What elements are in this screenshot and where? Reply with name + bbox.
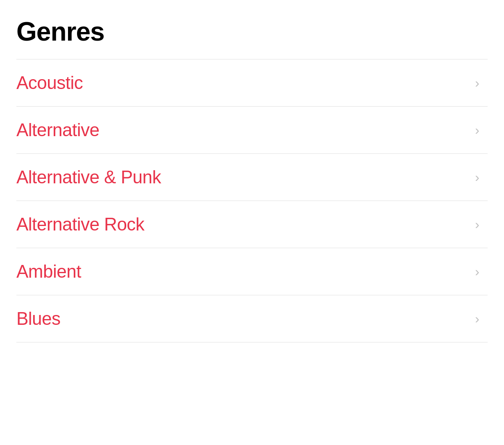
genre-label-acoustic: Acoustic xyxy=(16,73,83,93)
chevron-right-icon: › xyxy=(475,123,479,138)
chevron-right-icon: › xyxy=(475,170,479,185)
genre-item-blues[interactable]: Blues› xyxy=(16,295,488,342)
genre-label-alternative-punk: Alternative & Punk xyxy=(16,167,161,187)
genre-item-ambient[interactable]: Ambient› xyxy=(16,248,488,295)
genre-label-alternative-rock: Alternative Rock xyxy=(16,214,144,235)
genre-label-alternative: Alternative xyxy=(16,120,99,140)
genre-list: Acoustic›Alternative›Alternative & Punk›… xyxy=(16,59,488,342)
chevron-right-icon: › xyxy=(475,75,479,91)
chevron-right-icon: › xyxy=(475,217,479,232)
chevron-right-icon: › xyxy=(475,311,479,326)
genre-item-alternative-punk[interactable]: Alternative & Punk› xyxy=(16,154,488,201)
page-title: Genres xyxy=(16,16,488,47)
genre-item-alternative-rock[interactable]: Alternative Rock› xyxy=(16,201,488,248)
genre-item-acoustic[interactable]: Acoustic› xyxy=(16,59,488,107)
genre-item-alternative[interactable]: Alternative› xyxy=(16,107,488,154)
genre-label-blues: Blues xyxy=(16,308,61,329)
genre-label-ambient: Ambient xyxy=(16,261,81,282)
chevron-right-icon: › xyxy=(475,264,479,279)
